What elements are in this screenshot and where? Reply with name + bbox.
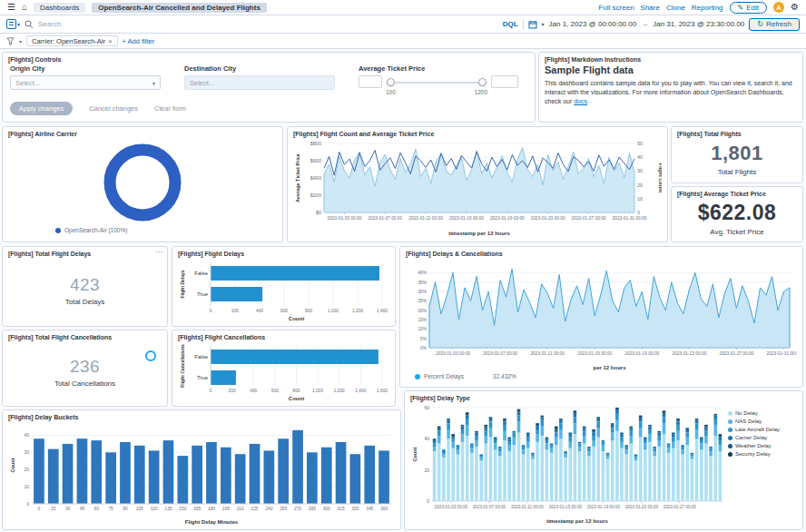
controls-buttons-row: Apply changes Cancel changes Clear form (8, 102, 529, 115)
svg-text:2023-01-19 00:00: 2023-01-19 00:00 (587, 505, 621, 509)
legend-label: No Delay (735, 410, 758, 416)
svg-text:60: 60 (424, 405, 429, 410)
delay-buckets-bar-chart[interactable]: 0102030400153045607590105120135150165180… (8, 422, 395, 526)
flight-delays-bar-chart[interactable]: 02004006008001,0001,2001,400FalseTrueCou… (178, 259, 389, 322)
svg-text:240: 240 (265, 507, 272, 511)
date-to[interactable]: Jan 31, 2023 @ 23:30:00.00 (653, 20, 744, 28)
svg-text:2023-01-03 00:00: 2023-01-03 00:00 (436, 351, 470, 356)
origin-city-select[interactable]: Select... ▾ (10, 75, 161, 90)
svg-text:30: 30 (65, 507, 71, 511)
legend-label[interactable]: OpenSearch-Air (100%) (64, 227, 127, 233)
date-from[interactable]: Jan 1, 2023 @ 00:00:00.00 (549, 20, 637, 28)
svg-text:Average Ticket Price: Average Ticket Price (295, 153, 300, 202)
legend-color-dot (415, 374, 420, 379)
price-range-slider[interactable] (386, 76, 487, 88)
slider-handle-max[interactable] (478, 78, 487, 86)
percent-delays-area-chart[interactable]: 0%5%10%15%20%25%30%35%40%2023-01-03 00:0… (406, 259, 797, 371)
destination-city-label: Destination City (184, 64, 335, 73)
panel-title: [Flights] Average Ticket Price (677, 191, 797, 197)
ticket-price-control: Average Ticket Price 100 1200 (359, 64, 518, 95)
clone-link[interactable]: Clone (666, 4, 685, 12)
svg-text:15%: 15% (418, 318, 427, 322)
avatar[interactable]: A (773, 2, 784, 13)
apply-changes-button[interactable]: Apply changes (10, 102, 73, 115)
svg-text:2023-01-15 00:00: 2023-01-15 00:00 (449, 216, 484, 221)
legend-item[interactable]: No Delay (728, 410, 795, 416)
filter-icon[interactable] (6, 37, 15, 45)
svg-text:$800: $800 (310, 141, 321, 146)
cancel-changes-button[interactable]: Cancel changes (89, 104, 138, 113)
query-language-selector[interactable]: DQL (503, 20, 518, 28)
delay-type-stacked-chart[interactable]: 02040602023-01-03 00:002023-01-07 00:002… (410, 403, 724, 525)
panel-title: [Flights] Flight Count and Average Ticke… (293, 131, 662, 137)
breadcrumb-dashboards[interactable]: Dashboards (34, 3, 85, 13)
metric: $622.08 Avg. Ticket Price (677, 199, 797, 237)
svg-text:0%: 0% (420, 346, 428, 350)
svg-text:165: 165 (193, 507, 201, 511)
slider-handle-min[interactable] (387, 78, 395, 86)
svg-text:315: 315 (338, 507, 345, 511)
svg-text:150: 150 (179, 507, 186, 511)
filter-pill-carrier[interactable]: Carrier: OpenSearch-Air × (26, 35, 118, 46)
svg-text:400: 400 (250, 389, 257, 393)
svg-text:180: 180 (208, 507, 215, 511)
destination-city-value: Select... (190, 79, 214, 87)
full-screen-link[interactable]: Full screen (598, 4, 634, 12)
svg-text:1,200: 1,200 (334, 389, 345, 393)
svg-text:15: 15 (51, 507, 56, 511)
price-max-input[interactable] (491, 75, 518, 88)
price-min-input[interactable] (359, 75, 382, 88)
panel-airline-carrier: [Flights] Airline Carrier OpenSearch-Air… (2, 126, 283, 242)
reporting-link[interactable]: Reporting (692, 4, 723, 12)
remove-filter-icon[interactable]: × (108, 37, 113, 45)
svg-text:60: 60 (94, 507, 100, 511)
legend-item[interactable]: Weather Delay (728, 443, 795, 448)
legend-item[interactable]: Late Aircraft Delay (728, 427, 795, 432)
svg-text:0: 0 (637, 210, 640, 215)
svg-text:1,600: 1,600 (377, 389, 388, 393)
docs-link[interactable]: docs (574, 98, 587, 104)
legend-label[interactable]: Percent Delays (424, 373, 464, 379)
legend-item[interactable]: NAS Delay (728, 419, 795, 424)
svg-text:30%: 30% (418, 290, 427, 294)
flight-cancellations-bar-chart[interactable]: 02004006008001,0001,2001,4001,600FalseTr… (178, 342, 389, 402)
flight-count-price-chart[interactable]: 01020304050$0$200$400$600$8002023-01-03 … (293, 139, 662, 237)
saved-query-menu-button[interactable]: ▾ (6, 19, 20, 29)
refresh-button[interactable]: ↻Refresh (749, 18, 800, 31)
clear-form-button[interactable]: Clear form (154, 104, 186, 113)
edit-button-label: Edit (746, 4, 759, 12)
panel-title: [Flights] Delay Buckets (8, 414, 395, 420)
svg-text:timestamp per 12 hours: timestamp per 12 hours (448, 231, 510, 236)
legend-item[interactable]: Security Delay (728, 451, 795, 457)
share-link[interactable]: Share (641, 4, 660, 12)
svg-text:2023-01-23 00:00: 2023-01-23 00:00 (625, 505, 659, 509)
menu-icon[interactable]: ☰ (7, 3, 15, 12)
panel-menu-icon[interactable]: ⋯ (155, 248, 163, 256)
home-icon[interactable]: ⌂ (22, 3, 27, 12)
svg-text:2023-01-19 00:00: 2023-01-19 00:00 (624, 351, 659, 356)
svg-text:1,400: 1,400 (377, 309, 388, 313)
airline-carrier-donut-chart[interactable] (8, 139, 277, 226)
svg-text:120: 120 (151, 507, 158, 511)
gear-icon[interactable]: ⚙ (791, 3, 799, 12)
svg-text:800: 800 (292, 389, 300, 393)
filter-bar: ▾ Carrier: OpenSearch-Air × + Add filter (0, 34, 806, 49)
chevron-down-icon: ▾ (17, 21, 20, 27)
legend-value: 32.432% (493, 373, 516, 379)
legend-label: Late Aircraft Delay (735, 427, 780, 432)
panel-title: [Flights] Total Flight Delays (8, 251, 162, 257)
legend-label: Carrier Delay (735, 435, 767, 440)
legend-item[interactable]: Carrier Delay (728, 435, 795, 440)
panel-action-focus-ring[interactable] (145, 350, 156, 361)
chart-legend: Percent Delays 32.432% (415, 373, 797, 379)
calendar-icon[interactable] (528, 20, 537, 29)
svg-text:2023-01-27 00:00: 2023-01-27 00:00 (663, 505, 697, 509)
search-input[interactable] (38, 20, 498, 28)
svg-text:135: 135 (164, 507, 172, 511)
svg-text:False: False (194, 271, 208, 276)
price-range-min-label: 100 (386, 89, 396, 95)
svg-text:600: 600 (271, 389, 279, 393)
edit-button[interactable]: ✎Edit (730, 2, 768, 14)
destination-city-select[interactable]: Select... (184, 75, 335, 90)
add-filter-button[interactable]: + Add filter (123, 37, 155, 45)
